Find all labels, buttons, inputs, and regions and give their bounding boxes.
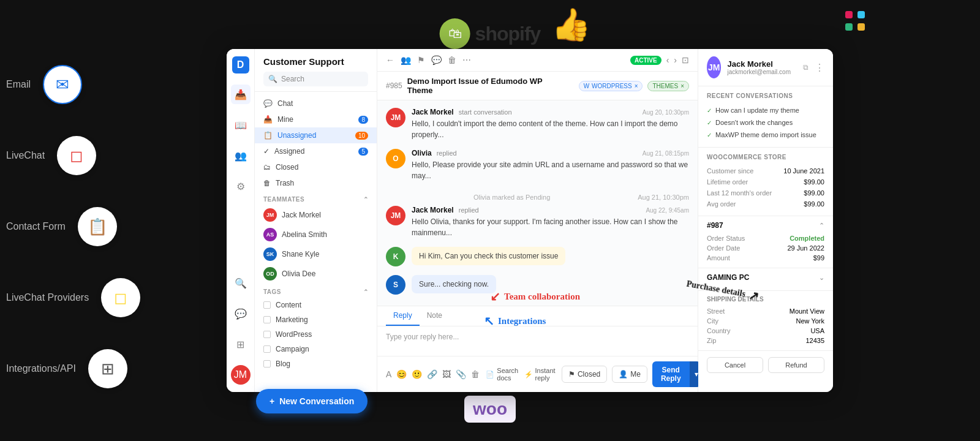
- integrations-icon-row: Integrations/API ⊞: [6, 349, 227, 388]
- nav-closed[interactable]: 🗂 Closed: [255, 159, 377, 175]
- new-conversation-fab[interactable]: + New Conversation: [256, 389, 368, 413]
- sidebar-nav-team[interactable]: 👥: [231, 146, 251, 165]
- ticket-tag-wordpress[interactable]: W WORDPRESS ×: [579, 81, 643, 91]
- tag-wordpress[interactable]: WordPress: [255, 327, 377, 342]
- recent-conv-2[interactable]: ✓ Doesn't work the changes: [707, 116, 824, 129]
- tag-blog[interactable]: Blog: [255, 356, 377, 371]
- tag-dot-marketing: [263, 316, 271, 323]
- nav-assigned[interactable]: ✓ Assigned 5: [255, 143, 377, 159]
- teammates-section-label: TEAMMATES ⌃: [255, 191, 377, 205]
- next-conv-icon[interactable]: ›: [674, 55, 677, 65]
- more-customer-icon[interactable]: ⋮: [815, 62, 824, 74]
- more-icon[interactable]: ⋯: [462, 55, 471, 65]
- delete-icon[interactable]: 🗑: [471, 369, 480, 379]
- teammate-jack[interactable]: JM Jack Morkel: [255, 205, 377, 225]
- emoji-icon[interactable]: 😊: [396, 369, 407, 379]
- send-reply-btn[interactable]: Send Reply: [652, 361, 690, 387]
- refund-button[interactable]: Refund: [768, 357, 824, 373]
- emoji2-icon[interactable]: 🙂: [412, 369, 422, 379]
- trash-header-icon[interactable]: 🗑: [448, 55, 456, 65]
- nav-chat[interactable]: 💬 Chat: [255, 96, 377, 111]
- recent-conv-1[interactable]: ✓ How can I update my theme: [707, 104, 824, 116]
- recent-conversations-section: RECENT CONVERSATIONS ✓ How can I update …: [698, 86, 833, 148]
- product-expand-icon[interactable]: ⌄: [819, 274, 824, 282]
- tab-reply[interactable]: Reply: [386, 306, 420, 326]
- teammates-collapse-icon[interactable]: ⌃: [363, 196, 369, 203]
- sidebar-nav-avatar[interactable]: JM: [231, 365, 251, 385]
- chat-bubble-icon[interactable]: 💬: [431, 55, 442, 65]
- customer-header: JM Jack Morkel jackmorkel@email.com ⧉ ⋮: [698, 49, 833, 86]
- message-2: O Olivia replied Aug 21, 08:15pm Hello, …: [386, 149, 689, 181]
- order-status-val: Completed: [790, 235, 824, 242]
- msg-name-2: Olivia: [412, 149, 432, 157]
- tag-campaign[interactable]: Campaign: [255, 342, 377, 356]
- format-text-icon[interactable]: A: [386, 369, 391, 379]
- tags-collapse-icon[interactable]: ⌃: [363, 288, 369, 295]
- msg-action-2: replied: [437, 149, 457, 157]
- teammate-shane[interactable]: SK Shane Kyle: [255, 244, 377, 264]
- sidebar-nav-inbox[interactable]: 📥: [231, 85, 251, 104]
- internal-bubble: Hi Kim, Can you check this customer issu…: [412, 247, 565, 265]
- msg-name-3: Jack Morkel: [412, 206, 454, 214]
- sidebar-nav-book[interactable]: 📖: [231, 115, 251, 135]
- reply-input[interactable]: Type your reply here...: [377, 326, 698, 356]
- team-icon[interactable]: 👥: [401, 55, 411, 65]
- send-reply-group: Send Reply ▾: [652, 361, 701, 387]
- prev-conv-icon[interactable]: ‹: [666, 55, 669, 65]
- sidebar-nav-chat[interactable]: 💬: [231, 304, 251, 323]
- customer-info: Jack Morkel jackmorkel@email.com: [727, 59, 791, 75]
- back-icon[interactable]: ←: [386, 55, 394, 65]
- ticket-tag-themes[interactable]: THEMES ×: [647, 81, 689, 91]
- recent-conv-3[interactable]: ✓ MaxWP theme demo import issue: [707, 129, 824, 141]
- unassigned-label: Unassigned: [277, 131, 316, 140]
- msg-avatar-internal: K: [386, 247, 405, 266]
- conv-search-bar[interactable]: 🔍 Search: [263, 72, 368, 86]
- country-val: USA: [810, 327, 824, 334]
- tag-content[interactable]: Content: [255, 298, 377, 312]
- msg-meta-2: Olivia replied Aug 21, 08:15pm: [412, 149, 689, 157]
- app-logo: D: [232, 56, 249, 74]
- store-lt-val: $99.00: [804, 178, 824, 186]
- tag-dot-blog: [263, 360, 271, 368]
- chat-header: ← 👥 ⚑ 💬 🗑 ⋯ ACTIVE ‹ › ⊡: [377, 49, 698, 72]
- store-avg-val: $99.00: [804, 200, 824, 208]
- tag-remove-wp[interactable]: ×: [635, 83, 638, 89]
- copy-email-icon[interactable]: ⧉: [803, 63, 809, 72]
- product-section: GAMING PC ⌄: [698, 268, 833, 291]
- order-amount-val: $99: [813, 254, 824, 262]
- attach-icon[interactable]: 📎: [456, 369, 466, 379]
- teammate-name-olivia: Olivia Dee: [282, 270, 315, 278]
- cancel-button[interactable]: Cancel: [707, 357, 763, 373]
- expand-icon[interactable]: ⊡: [682, 55, 689, 65]
- docs-label: Search docs: [497, 367, 519, 382]
- nav-unassigned[interactable]: 📋 Unassigned 10: [255, 127, 377, 143]
- instant-reply-btn[interactable]: ⚡ Instant reply: [524, 367, 557, 382]
- search-docs-btn[interactable]: 📄 Search docs: [486, 367, 519, 382]
- sidebar-nav-grid[interactable]: ⊞: [231, 334, 251, 354]
- flag-icon[interactable]: ⚑: [417, 55, 425, 65]
- msg-meta-3: Jack Morkel replied Aug 22, 9:45am: [412, 206, 689, 214]
- image-icon[interactable]: 🖼: [442, 369, 451, 379]
- closed-status-btn[interactable]: ⚑ Closed: [562, 366, 607, 383]
- order-amount-row: Amount $99: [707, 253, 824, 263]
- nav-trash[interactable]: 🗑 Trash: [255, 175, 377, 191]
- order-expand-icon[interactable]: ⌃: [819, 222, 824, 230]
- me-assign-btn[interactable]: 👤 Me: [612, 366, 647, 383]
- tag-marketing[interactable]: Marketing: [255, 312, 377, 327]
- conv-header: Customer Support 🔍 Search: [255, 49, 377, 92]
- closed-icon: 🗂: [263, 163, 271, 172]
- nav-mine[interactable]: 📥 Mine 8: [255, 111, 377, 127]
- teammate-abelina[interactable]: AS Abelina Smith: [255, 225, 377, 244]
- tab-note[interactable]: Note: [420, 306, 450, 326]
- livechat2-label: LiveChat Providers: [6, 292, 89, 303]
- chat-label: Chat: [277, 99, 293, 108]
- teammate-olivia[interactable]: OD Olivia Dee: [255, 264, 377, 284]
- tag-remove-themes[interactable]: ×: [680, 83, 684, 89]
- link-icon[interactable]: 🔗: [427, 369, 437, 379]
- sidebar-nav-settings[interactable]: ⚙: [231, 176, 251, 196]
- trash-label: Trash: [276, 179, 294, 187]
- sidebar-nav-search[interactable]: 🔍: [231, 273, 251, 293]
- tag-dot-content: [263, 301, 271, 309]
- zip-val: 12435: [805, 337, 824, 344]
- plus-icon: +: [270, 396, 274, 406]
